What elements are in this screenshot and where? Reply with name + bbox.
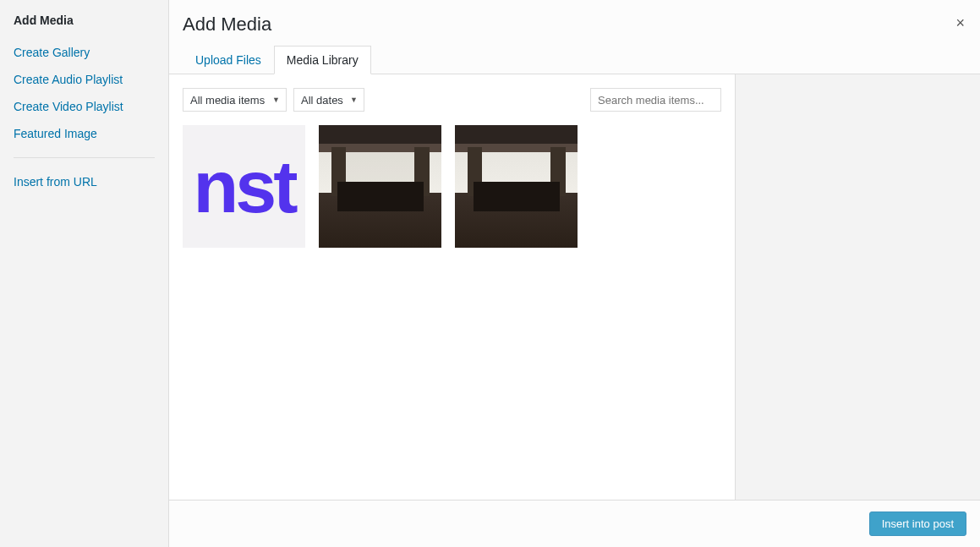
sidebar-item-create-audio-playlist[interactable]: Create Audio Playlist bbox=[14, 66, 155, 93]
search-input[interactable] bbox=[590, 88, 721, 112]
attachments-grid: nst bbox=[183, 125, 721, 248]
sidebar-heading: Add Media bbox=[14, 14, 155, 27]
sidebar: Add Media Create Gallery Create Audio Pl… bbox=[0, 0, 169, 547]
thumbnail-image bbox=[455, 125, 578, 248]
modal-main: Add Media Create Gallery Create Audio Pl… bbox=[0, 0, 980, 547]
tabs: Upload Files Media Library bbox=[169, 46, 980, 74]
sidebar-item-insert-from-url[interactable]: Insert from URL bbox=[14, 168, 155, 195]
sidebar-menu: Create Gallery Create Audio Playlist Cre… bbox=[14, 39, 155, 195]
sidebar-item-create-gallery[interactable]: Create Gallery bbox=[14, 39, 155, 66]
sidebar-divider bbox=[14, 157, 155, 158]
thumbnail-image: nst bbox=[183, 125, 305, 248]
thumbnail-image bbox=[319, 125, 441, 248]
insert-into-post-button[interactable]: Insert into post bbox=[869, 511, 966, 536]
attachment-thumbnail[interactable] bbox=[455, 125, 578, 248]
details-sidebar bbox=[735, 74, 980, 500]
content-body: All media items All dates nst bbox=[169, 74, 980, 500]
library-main: All media items All dates nst bbox=[169, 74, 735, 500]
content-header: Add Media bbox=[169, 0, 980, 46]
sidebar-item-featured-image[interactable]: Featured Image bbox=[14, 120, 155, 147]
filter-type-select[interactable]: All media items bbox=[183, 88, 287, 112]
library-toolbar: All media items All dates bbox=[183, 88, 721, 112]
attachment-thumbnail[interactable] bbox=[319, 125, 441, 248]
media-content: Add Media Upload Files Media Library All… bbox=[169, 0, 980, 547]
filter-type-wrap: All media items bbox=[183, 88, 287, 112]
sidebar-item-create-video-playlist[interactable]: Create Video Playlist bbox=[14, 93, 155, 120]
page-title: Add Media bbox=[183, 14, 966, 36]
tab-upload-files[interactable]: Upload Files bbox=[183, 46, 274, 74]
tab-media-library[interactable]: Media Library bbox=[274, 46, 371, 74]
modal-footer: Insert into post bbox=[169, 500, 980, 547]
attachment-thumbnail[interactable]: nst bbox=[183, 125, 305, 248]
filter-date-select[interactable]: All dates bbox=[293, 88, 364, 112]
filter-date-wrap: All dates bbox=[293, 88, 364, 112]
media-modal: × Add Media Create Gallery Create Audio … bbox=[0, 0, 980, 547]
